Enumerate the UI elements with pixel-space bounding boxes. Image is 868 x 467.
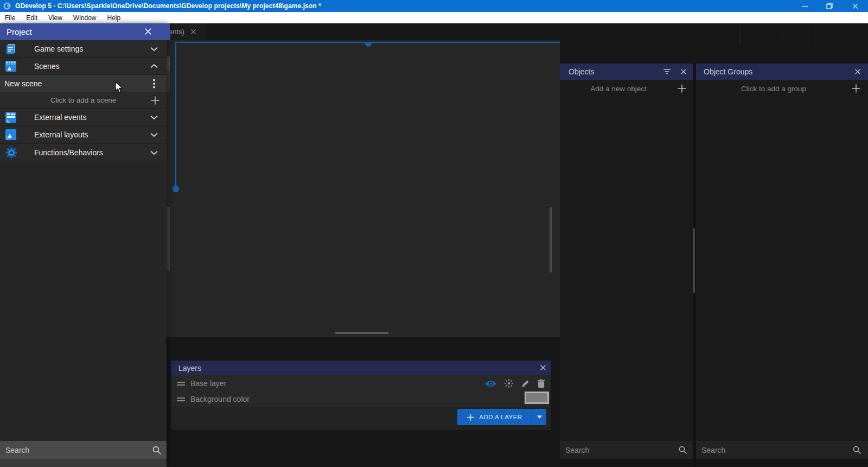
drag-handle-icon[interactable] xyxy=(177,396,185,403)
section-external-events[interactable]: External events xyxy=(0,109,167,126)
canvas-horizontal-scrollbar[interactable] xyxy=(335,332,389,334)
layer-row-base[interactable]: Base layer xyxy=(171,375,551,392)
layer-edit-icon[interactable] xyxy=(521,379,530,388)
chevron-up-icon xyxy=(150,64,158,68)
title-bar: GDevelop 5 - C:\Users\Sparkle\OneDrive\D… xyxy=(0,0,868,12)
layer-row-background[interactable]: Background color xyxy=(171,392,551,407)
project-search xyxy=(0,441,167,459)
filter-icon[interactable] xyxy=(663,68,671,75)
layer-label: Background color xyxy=(190,395,250,403)
mouse-cursor xyxy=(115,81,124,96)
layer-label: Base layer xyxy=(190,379,226,388)
layer-visibility-icon[interactable] xyxy=(484,380,497,388)
objects-header: Objects xyxy=(560,64,693,80)
canvas-vertical-scrollbar[interactable] xyxy=(550,207,552,273)
toolbar-separator xyxy=(808,26,808,45)
section-external-layouts[interactable]: External layouts xyxy=(0,126,167,144)
object-groups-close-icon[interactable] xyxy=(854,68,861,75)
objects-scrollbar[interactable] xyxy=(693,228,695,293)
layers-close-icon[interactable] xyxy=(540,364,546,371)
menu-edit[interactable]: Edit xyxy=(21,12,43,23)
layers-panel: Layers Base layer xyxy=(171,361,551,430)
menu-file[interactable]: File xyxy=(0,12,21,23)
chevron-down-icon xyxy=(150,150,158,155)
layers-header: Layers xyxy=(171,361,551,375)
add-object-row[interactable]: Add a new object xyxy=(560,80,693,97)
gdevelop-logo-icon xyxy=(3,2,11,10)
chevron-down-icon xyxy=(150,47,158,51)
section-label: External events xyxy=(34,113,87,122)
scrollbar-thumb[interactable] xyxy=(166,207,170,270)
add-layer-label: ADD A LAYER xyxy=(479,414,522,420)
object-groups-search-input[interactable] xyxy=(696,446,852,455)
section-label: Scenes xyxy=(34,62,60,71)
section-game-settings[interactable]: Game settings xyxy=(0,40,167,58)
drag-handle-icon[interactable] xyxy=(177,380,185,387)
add-scene-label: Click to add a scene xyxy=(50,96,117,104)
scene-frame-left-handle[interactable] xyxy=(173,186,179,192)
tab-close-icon[interactable] xyxy=(190,29,196,35)
project-title: Project xyxy=(0,27,32,36)
objects-search-input[interactable] xyxy=(560,446,678,455)
app-window: GDevelop 5 - C:\Users\Sparkle\OneDrive\D… xyxy=(0,0,868,467)
plus-icon xyxy=(467,413,475,421)
background-color-swatch[interactable] xyxy=(525,392,549,404)
add-object-label: Add a new object xyxy=(560,85,677,93)
search-icon xyxy=(152,445,162,455)
add-scene-plus-icon[interactable] xyxy=(150,96,160,105)
scrollbar-thumb[interactable] xyxy=(166,56,170,70)
section-scenes[interactable]: Scenes xyxy=(0,58,167,75)
add-group-row[interactable]: Click to add a group xyxy=(696,80,868,97)
add-layer-button[interactable]: ADD A LAYER xyxy=(457,409,546,425)
panel-footer xyxy=(560,459,693,467)
add-scene-row[interactable]: Click to add a scene xyxy=(0,92,167,109)
tab-scene-events[interactable]: ents) xyxy=(166,23,206,40)
menu-view[interactable]: View xyxy=(43,12,68,23)
objects-close-icon[interactable] xyxy=(680,68,687,75)
panel-footer xyxy=(696,459,868,467)
layer-delete-icon[interactable] xyxy=(537,379,545,388)
toolbar-separator xyxy=(739,26,740,45)
search-icon xyxy=(852,445,861,455)
objects-search xyxy=(560,441,693,459)
scene-item-label: New scene xyxy=(4,79,42,88)
minimize-button[interactable] xyxy=(795,0,815,12)
restore-button[interactable] xyxy=(820,0,839,12)
scene-item-new-scene[interactable]: New scene xyxy=(0,75,167,92)
section-label: Game settings xyxy=(34,45,83,53)
objects-panel: Objects Add a new object xyxy=(560,64,693,467)
project-search-input[interactable] xyxy=(0,446,152,455)
chevron-down-icon xyxy=(150,115,158,119)
layer-effects-icon[interactable] xyxy=(504,378,514,388)
chevron-down-icon xyxy=(150,132,158,137)
game-settings-icon xyxy=(5,43,17,55)
scene-frame-top-handle[interactable] xyxy=(365,43,372,47)
section-label: External layouts xyxy=(34,130,88,139)
scrollbar-thumb[interactable] xyxy=(166,70,170,92)
add-object-plus-icon[interactable] xyxy=(677,84,687,93)
scene-canvas[interactable] xyxy=(166,40,560,337)
object-groups-search xyxy=(696,441,868,459)
objects-title: Objects xyxy=(560,67,594,76)
functions-behaviors-icon xyxy=(5,147,17,159)
panel-footer xyxy=(0,459,167,467)
scene-frame-left-edge xyxy=(175,42,176,189)
layers-title: Layers xyxy=(171,364,201,373)
section-label: Functions/Behaviors xyxy=(34,148,103,157)
project-panel: Project Game settings Scenes xyxy=(0,23,167,467)
object-groups-header: Object Groups xyxy=(696,64,868,80)
add-group-plus-icon[interactable] xyxy=(851,84,861,93)
menu-bar: File Edit View Window Help xyxy=(0,12,868,23)
external-events-icon xyxy=(5,111,17,123)
menu-window[interactable]: Window xyxy=(68,12,102,23)
scenes-icon xyxy=(5,60,17,72)
section-functions-behaviors[interactable]: Functions/Behaviors xyxy=(0,144,167,161)
add-layer-dropdown[interactable] xyxy=(532,409,546,425)
project-header: Project xyxy=(0,23,170,40)
project-close-icon[interactable] xyxy=(144,28,152,35)
close-window-button[interactable] xyxy=(845,0,865,12)
object-groups-panel: Object Groups Click to add a group xyxy=(696,64,868,467)
external-layouts-icon xyxy=(5,129,17,141)
kebab-menu-icon[interactable] xyxy=(153,79,155,89)
menu-help[interactable]: Help xyxy=(102,12,126,23)
